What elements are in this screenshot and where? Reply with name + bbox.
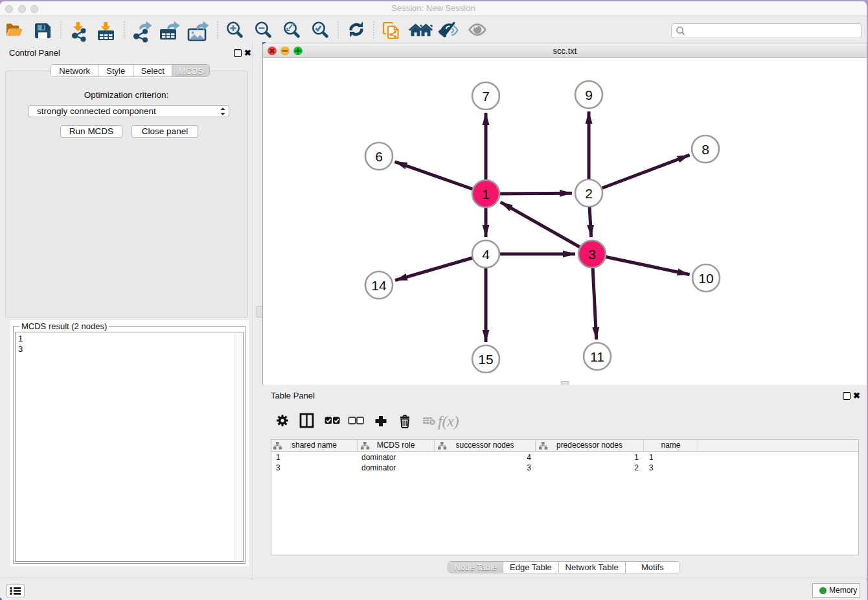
svg-text:4: 4 xyxy=(482,247,490,262)
svg-text:11: 11 xyxy=(590,349,604,364)
svg-text:1: 1 xyxy=(482,187,490,202)
svg-text:8: 8 xyxy=(702,142,709,157)
svg-text:15: 15 xyxy=(478,352,493,367)
svg-text:10: 10 xyxy=(698,271,713,286)
svg-text:9: 9 xyxy=(585,87,593,102)
svg-text:14: 14 xyxy=(371,278,387,293)
svg-text:3: 3 xyxy=(588,247,596,262)
svg-text:7: 7 xyxy=(482,89,490,104)
svg-text:f(x): f(x) xyxy=(438,413,459,430)
svg-text:6: 6 xyxy=(375,149,383,164)
svg-text:2: 2 xyxy=(585,186,593,201)
